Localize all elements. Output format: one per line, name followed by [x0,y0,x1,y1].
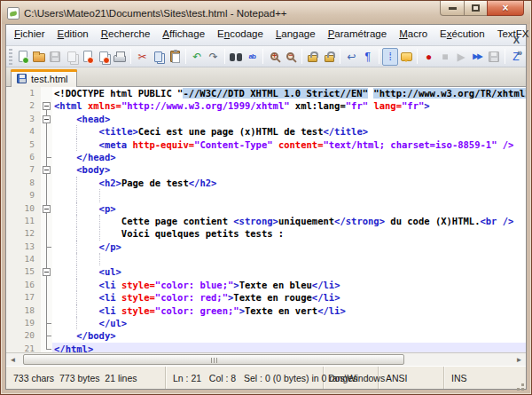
code-line[interactable]: 6 </head> [6,151,526,163]
menu-item-fichier[interactable]: Fichier [8,27,51,41]
save-button[interactable] [47,48,63,66]
stop-macro-button[interactable]: ■ [437,48,453,66]
code-line[interactable]: 1<!DOCTYPE html PUBLIC "-//W3C//DTD XHTM… [6,87,526,99]
fold-margin[interactable] [41,304,52,317]
fold-margin[interactable] [41,291,52,304]
line-number[interactable]: 8 [6,177,41,189]
tab-test-html[interactable]: test.html [11,69,77,87]
code-text[interactable]: </p> [52,241,526,253]
fold-margin[interactable] [41,189,52,201]
code-text[interactable]: <p> [52,202,526,215]
scroll-right-arrow-icon[interactable]: ► [512,354,526,366]
line-number[interactable]: 17 [6,291,41,304]
code-text[interactable]: </head> [52,151,526,163]
line-number[interactable]: 6 [6,151,41,163]
scroll-left-arrow-icon[interactable]: ◄ [6,354,20,366]
run-macro-multiple-button[interactable]: ▶▶ [469,48,485,66]
show-indent-guide-button[interactable]: ⁞ [382,48,398,66]
function-completion-button[interactable] [398,48,414,66]
code-text[interactable]: <h2>Page de test</h2> [52,177,526,189]
code-line[interactable]: 4 <title>Ceci est une page (x)HTML de te… [6,125,526,138]
fold-margin[interactable] [41,343,52,352]
code-text[interactable] [52,189,526,201]
menubar-close-icon[interactable]: X [513,36,520,44]
line-number[interactable]: 2 [6,99,41,112]
menu-item-textfx[interactable]: TextFX [491,27,532,41]
line-number[interactable]: 3 [6,113,41,125]
line-number[interactable]: 10 [6,202,41,215]
line-number[interactable]: 7 [6,163,41,176]
code-text[interactable]: <body> [52,163,526,176]
undo-button[interactable]: ↶ [189,48,205,66]
fold-margin[interactable] [41,138,52,151]
fold-margin[interactable] [41,215,52,227]
play-macro-button[interactable]: ▶ [453,48,469,66]
code-line[interactable]: 7 <body> [6,163,526,176]
resize-grip-icon[interactable] [521,383,524,386]
open-file-button[interactable] [31,48,47,66]
fold-collapse-icon[interactable] [43,102,51,110]
replace-button[interactable]: ab [244,48,260,66]
show-all-chars-button[interactable]: ¶ [360,48,376,66]
sync-horizontal-scroll-button[interactable] [321,48,337,66]
paste-button[interactable] [167,48,183,66]
code-text[interactable]: <html xmlns="http://www.w3.org/1999/xhtm… [52,99,526,112]
code-line[interactable]: 10 <p> [6,202,526,215]
zoom-out-button[interactable] [283,48,299,66]
line-number[interactable]: 19 [6,317,41,329]
code-text[interactable]: <title>Ceci est une page (x)HTML de test… [52,125,526,138]
fold-margin[interactable] [41,125,52,138]
close-doc-button[interactable] [80,48,96,66]
fold-margin[interactable] [41,163,52,176]
code-text[interactable]: <li style="color: blue;">Texte en bleu</… [52,279,526,291]
line-number[interactable]: 13 [6,241,41,253]
redo-button[interactable]: ↷ [206,48,222,66]
fold-margin[interactable] [41,253,52,265]
code-line[interactable]: 12 Voici quelques petits tests : [6,227,526,240]
cut-button[interactable]: ✂ [134,48,150,66]
save-macro-button[interactable] [486,48,502,66]
word-wrap-button[interactable]: ↩ [343,48,359,66]
fold-margin[interactable] [41,202,52,215]
line-number[interactable]: 9 [6,189,41,201]
code-text[interactable] [52,253,526,265]
code-line[interactable]: 11 Cette page contient <strong>uniquemen… [6,215,526,227]
line-number[interactable]: 11 [6,215,41,227]
new-file-button[interactable] [15,48,31,66]
code-text[interactable]: <ul> [52,265,526,278]
code-line[interactable]: 2<html xmlns="http://www.w3.org/1999/xht… [6,99,526,112]
menu-item-langage[interactable]: Langage [270,27,322,41]
fold-margin[interactable] [41,317,52,329]
code-text[interactable]: </body> [52,329,526,342]
line-number[interactable]: 18 [6,304,41,317]
code-line[interactable]: 17 <li style="color: red;">Texte en roug… [6,291,526,304]
code-text[interactable]: <meta http-equiv="Content-Type" content=… [52,138,526,151]
code-line[interactable]: 13 </p> [6,241,526,253]
line-number[interactable]: 15 [6,265,41,278]
fold-margin[interactable] [41,99,52,112]
fold-collapse-icon[interactable] [43,115,51,123]
zoom-in-button[interactable] [266,48,282,66]
code-line[interactable]: 15 <ul> [6,265,526,278]
line-number[interactable]: 4 [6,125,41,138]
line-number[interactable]: 21 [6,343,41,352]
code-text[interactable]: <li style="color: green;">Texte en vert<… [52,304,526,317]
code-text[interactable]: Cette page contient <strong>uniquement</… [52,215,526,227]
fold-margin[interactable] [41,227,52,240]
fold-margin[interactable] [41,329,52,342]
close-all-docs-button[interactable] [96,48,112,66]
close-button[interactable]: × [487,1,524,16]
code-text[interactable]: <li style="color: red;">Texte en rouge</… [52,291,526,304]
fold-collapse-icon[interactable] [43,166,51,174]
copy-button[interactable] [151,48,167,66]
code-line[interactable]: 20 </body> [6,329,526,342]
line-number[interactable]: 1 [6,87,41,99]
code-text[interactable]: <head> [52,113,526,125]
fold-collapse-icon[interactable] [43,268,51,276]
fold-margin[interactable] [41,279,52,291]
menu-item-recherche[interactable]: Recherche [95,27,157,41]
fold-margin[interactable] [41,87,52,99]
print-button[interactable] [112,48,128,66]
minimize-button[interactable] [440,1,465,16]
fold-margin[interactable] [41,113,52,125]
